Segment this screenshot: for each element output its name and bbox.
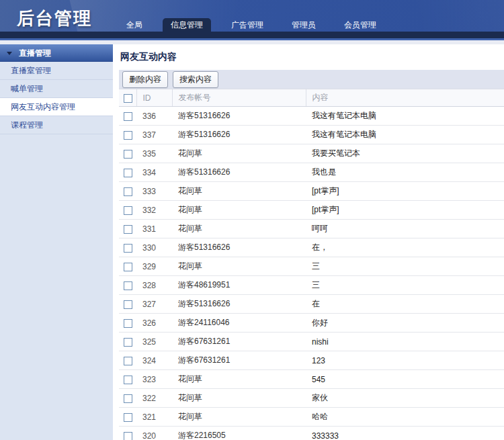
nav-tab-2[interactable]: 广告管理 — [223, 18, 271, 38]
row-checkbox-cell — [119, 389, 136, 408]
table-row: 335花间草我要买笔记本 — [119, 144, 504, 163]
cell-account: 游客67631261 — [172, 333, 306, 351]
row-checkbox-cell — [119, 257, 136, 276]
search-content-button[interactable]: 搜索内容 — [173, 71, 218, 88]
cell-account: 花间草 — [172, 408, 306, 427]
cell-content: 哈哈 — [306, 408, 504, 427]
row-checkbox[interactable] — [124, 432, 132, 440]
row-checkbox-cell — [119, 427, 136, 440]
row-checkbox-cell — [119, 220, 136, 238]
cell-account: 游客67631261 — [172, 351, 306, 370]
cell-content: [pt掌声] — [306, 201, 504, 220]
column-header-content: 内容 — [306, 89, 504, 107]
cell-account: 游客24116046 — [172, 314, 306, 333]
table-header-row: ID 发布帐号 内容 — [119, 89, 504, 107]
nav-tab-4[interactable]: 会员管理 — [336, 18, 384, 38]
row-checkbox[interactable] — [124, 187, 132, 196]
sidebar-group-live-management[interactable]: 直播管理 — [0, 44, 113, 62]
row-checkbox[interactable] — [124, 413, 132, 422]
row-checkbox[interactable] — [124, 206, 132, 215]
row-checkbox-cell — [119, 126, 136, 144]
nav-tab-0[interactable]: 全局 — [118, 18, 151, 38]
cell-content: 你好 — [306, 314, 504, 333]
row-checkbox-cell — [119, 238, 136, 257]
sidebar-item-0[interactable]: 直播室管理 — [0, 62, 113, 80]
sidebar: 直播管理 直播室管理喊单管理网友互动内容管理课程管理 — [0, 44, 113, 440]
select-all-checkbox[interactable] — [124, 94, 132, 103]
row-checkbox[interactable] — [124, 263, 132, 271]
row-checkbox[interactable] — [124, 357, 132, 365]
row-checkbox-cell — [119, 107, 136, 126]
page-title: 网友互动内容 — [119, 44, 504, 70]
row-checkbox[interactable] — [124, 319, 132, 328]
main-content: 网友互动内容 删除内容搜索内容 ID 发布帐号 内容 336游客51316626… — [119, 44, 504, 440]
cell-id: 322 — [136, 389, 172, 408]
cell-id: 336 — [136, 107, 172, 126]
sidebar-item-1[interactable]: 喊单管理 — [0, 80, 113, 98]
cell-content: 我要买笔记本 — [306, 144, 504, 163]
row-checkbox[interactable] — [124, 225, 132, 234]
cell-id: 320 — [136, 427, 172, 440]
nav-tab-3[interactable]: 管理员 — [284, 18, 324, 38]
table-row: 333花间草[pt掌声] — [119, 182, 504, 201]
content-table: ID 发布帐号 内容 336游客51316626我这有笔记本电脑337游客513… — [119, 89, 504, 440]
cell-content: 我也是 — [306, 163, 504, 182]
cell-id: 327 — [136, 295, 172, 314]
cell-account: 花间草 — [172, 389, 306, 408]
cell-id: 324 — [136, 351, 172, 370]
cell-id: 333 — [136, 182, 172, 201]
sidebar-item-2[interactable]: 网友互动内容管理 — [0, 98, 113, 116]
row-checkbox[interactable] — [124, 300, 132, 309]
cell-content: 三 — [306, 257, 504, 276]
cell-account: 花间草 — [172, 201, 306, 220]
row-checkbox-cell — [119, 295, 136, 314]
row-checkbox-cell — [119, 201, 136, 220]
row-checkbox[interactable] — [124, 150, 132, 159]
delete-content-button[interactable]: 删除内容 — [122, 71, 168, 88]
cell-content: 在， — [306, 238, 504, 257]
cell-id: 334 — [136, 163, 172, 182]
table-row: 329花间草三 — [119, 257, 504, 276]
cell-id: 329 — [136, 257, 172, 276]
cell-account: 花间草 — [172, 220, 306, 238]
cell-account: 花间草 — [172, 370, 306, 389]
row-checkbox[interactable] — [124, 394, 132, 403]
cell-content: 我这有笔记本电脑 — [306, 126, 504, 144]
top-header: 后台管理 全局信息管理广告管理管理员会员管理 — [0, 0, 504, 38]
cell-content: [pt掌声] — [306, 182, 504, 201]
row-checkbox-cell — [119, 333, 136, 351]
row-checkbox[interactable] — [124, 169, 132, 177]
nav-tab-1[interactable]: 信息管理 — [163, 18, 211, 38]
sidebar-item-3[interactable]: 课程管理 — [0, 116, 113, 134]
row-checkbox-cell — [119, 408, 136, 427]
cell-content: 123 — [306, 351, 504, 370]
cell-content: 在 — [306, 295, 504, 314]
table-row: 323花间草545 — [119, 370, 504, 389]
cell-account: 花间草 — [172, 182, 306, 201]
cell-id: 321 — [136, 408, 172, 427]
content-table-body: 336游客51316626我这有笔记本电脑337游客51316626我这有笔记本… — [119, 107, 504, 440]
column-header-account: 发布帐号 — [172, 89, 306, 107]
cell-account: 游客48619951 — [172, 276, 306, 295]
cell-id: 337 — [136, 126, 172, 144]
cell-id: 330 — [136, 238, 172, 257]
cell-content: 家伙 — [306, 389, 504, 408]
row-checkbox[interactable] — [124, 338, 132, 347]
row-checkbox[interactable] — [124, 244, 132, 253]
row-checkbox[interactable] — [124, 131, 132, 140]
toolbar: 删除内容搜索内容 — [119, 70, 504, 89]
cell-account: 游客51316626 — [172, 126, 306, 144]
table-row: 325游客67631261nishi — [119, 333, 504, 351]
row-checkbox-cell — [119, 276, 136, 295]
cell-id: 332 — [136, 201, 172, 220]
row-checkbox[interactable] — [124, 112, 132, 121]
row-checkbox[interactable] — [124, 281, 132, 290]
table-row: 328游客48619951三 — [119, 276, 504, 295]
cell-account: 花间草 — [172, 257, 306, 276]
select-all-cell — [119, 89, 136, 107]
cell-id: 328 — [136, 276, 172, 295]
table-row: 334游客51316626我也是 — [119, 163, 504, 182]
row-checkbox[interactable] — [124, 376, 132, 384]
cell-content: 呵呵 — [306, 220, 504, 238]
cell-account: 游客51316626 — [172, 238, 306, 257]
